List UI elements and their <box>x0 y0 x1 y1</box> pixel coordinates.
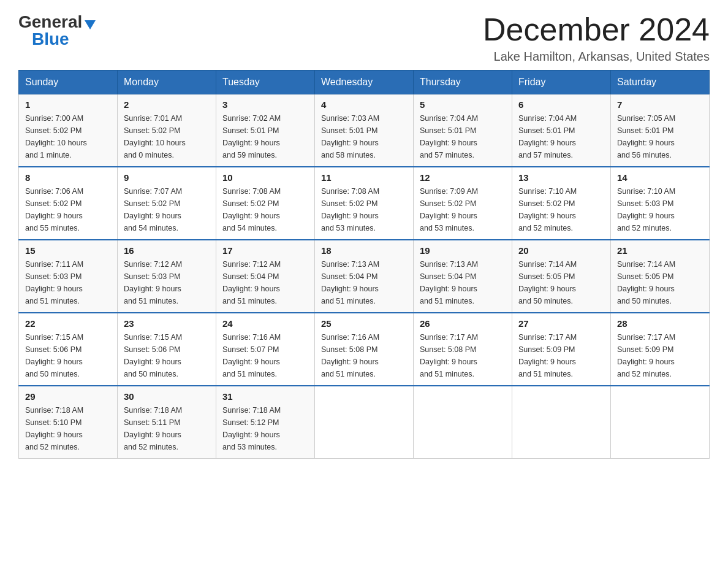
calendar-cell: 12Sunrise: 7:09 AMSunset: 5:02 PMDayligh… <box>414 167 512 240</box>
day-number: 23 <box>124 318 210 329</box>
calendar-cell <box>611 386 710 459</box>
day-number: 24 <box>222 318 308 329</box>
day-info: Sunrise: 7:18 AMSunset: 5:12 PMDaylight:… <box>222 404 308 453</box>
calendar-cell: 6Sunrise: 7:04 AMSunset: 5:01 PMDaylight… <box>512 94 611 167</box>
calendar-cell <box>315 386 414 459</box>
day-number: 20 <box>518 245 604 256</box>
calendar-cell: 16Sunrise: 7:12 AMSunset: 5:03 PMDayligh… <box>118 240 216 313</box>
calendar-cell: 4Sunrise: 7:03 AMSunset: 5:01 PMDaylight… <box>315 94 414 167</box>
calendar-cell: 9Sunrise: 7:07 AMSunset: 5:02 PMDaylight… <box>118 167 216 240</box>
day-info: Sunrise: 7:07 AMSunset: 5:02 PMDaylight:… <box>124 185 210 234</box>
day-number: 5 <box>420 99 506 110</box>
day-number: 11 <box>321 172 407 183</box>
day-info: Sunrise: 7:02 AMSunset: 5:01 PMDaylight:… <box>222 112 308 161</box>
calendar-week-row: 22Sunrise: 7:15 AMSunset: 5:06 PMDayligh… <box>19 313 710 386</box>
day-number: 31 <box>222 391 308 402</box>
day-info: Sunrise: 7:16 AMSunset: 5:08 PMDaylight:… <box>321 331 407 380</box>
calendar-cell: 14Sunrise: 7:10 AMSunset: 5:03 PMDayligh… <box>611 167 710 240</box>
day-number: 28 <box>617 318 703 329</box>
calendar-cell: 18Sunrise: 7:13 AMSunset: 5:04 PMDayligh… <box>315 240 414 313</box>
title-block: December 2024 Lake Hamilton, Arkansas, U… <box>483 12 710 64</box>
weekday-header-sunday: Sunday <box>19 71 118 94</box>
day-number: 7 <box>617 99 703 110</box>
logo-triangle-icon <box>85 20 96 29</box>
day-info: Sunrise: 7:18 AMSunset: 5:10 PMDaylight:… <box>25 404 111 453</box>
day-number: 30 <box>124 391 210 402</box>
day-info: Sunrise: 7:14 AMSunset: 5:05 PMDaylight:… <box>617 258 703 307</box>
calendar-cell <box>414 386 512 459</box>
calendar-cell: 21Sunrise: 7:14 AMSunset: 5:05 PMDayligh… <box>611 240 710 313</box>
day-number: 19 <box>420 245 506 256</box>
weekday-header-tuesday: Tuesday <box>216 71 315 94</box>
calendar-cell: 1Sunrise: 7:00 AMSunset: 5:02 PMDaylight… <box>19 94 118 167</box>
day-number: 4 <box>321 99 407 110</box>
day-info: Sunrise: 7:17 AMSunset: 5:08 PMDaylight:… <box>420 331 506 380</box>
day-number: 25 <box>321 318 407 329</box>
day-info: Sunrise: 7:08 AMSunset: 5:02 PMDaylight:… <box>321 185 407 234</box>
weekday-header-monday: Monday <box>118 71 216 94</box>
day-info: Sunrise: 7:04 AMSunset: 5:01 PMDaylight:… <box>518 112 604 161</box>
calendar-title: December 2024 <box>483 12 710 47</box>
calendar-cell: 20Sunrise: 7:14 AMSunset: 5:05 PMDayligh… <box>512 240 611 313</box>
calendar-week-row: 15Sunrise: 7:11 AMSunset: 5:03 PMDayligh… <box>19 240 710 313</box>
day-info: Sunrise: 7:00 AMSunset: 5:02 PMDaylight:… <box>25 112 111 161</box>
day-number: 22 <box>25 318 111 329</box>
day-info: Sunrise: 7:08 AMSunset: 5:02 PMDaylight:… <box>222 185 308 234</box>
calendar-cell: 25Sunrise: 7:16 AMSunset: 5:08 PMDayligh… <box>315 313 414 386</box>
day-number: 16 <box>124 245 210 256</box>
day-info: Sunrise: 7:05 AMSunset: 5:01 PMDaylight:… <box>617 112 703 161</box>
weekday-header-thursday: Thursday <box>414 71 512 94</box>
calendar-week-row: 29Sunrise: 7:18 AMSunset: 5:10 PMDayligh… <box>19 386 710 459</box>
day-info: Sunrise: 7:15 AMSunset: 5:06 PMDaylight:… <box>25 331 111 380</box>
weekday-header-row: SundayMondayTuesdayWednesdayThursdayFrid… <box>19 71 710 94</box>
day-info: Sunrise: 7:12 AMSunset: 5:03 PMDaylight:… <box>124 258 210 307</box>
day-number: 10 <box>222 172 308 183</box>
day-info: Sunrise: 7:13 AMSunset: 5:04 PMDaylight:… <box>321 258 407 307</box>
day-number: 14 <box>617 172 703 183</box>
weekday-header-friday: Friday <box>512 71 611 94</box>
calendar-cell: 11Sunrise: 7:08 AMSunset: 5:02 PMDayligh… <box>315 167 414 240</box>
day-number: 12 <box>420 172 506 183</box>
weekday-header-wednesday: Wednesday <box>315 71 414 94</box>
calendar-cell: 2Sunrise: 7:01 AMSunset: 5:02 PMDaylight… <box>118 94 216 167</box>
day-number: 3 <box>222 99 308 110</box>
day-number: 15 <box>25 245 111 256</box>
day-info: Sunrise: 7:04 AMSunset: 5:01 PMDaylight:… <box>420 112 506 161</box>
day-number: 21 <box>617 245 703 256</box>
calendar-subtitle: Lake Hamilton, Arkansas, United States <box>483 50 710 64</box>
calendar-cell: 5Sunrise: 7:04 AMSunset: 5:01 PMDaylight… <box>414 94 512 167</box>
calendar-cell: 15Sunrise: 7:11 AMSunset: 5:03 PMDayligh… <box>19 240 118 313</box>
day-number: 18 <box>321 245 407 256</box>
calendar-cell: 30Sunrise: 7:18 AMSunset: 5:11 PMDayligh… <box>118 386 216 459</box>
page-header: General Blue December 2024 Lake Hamilton… <box>18 12 710 64</box>
day-info: Sunrise: 7:06 AMSunset: 5:02 PMDaylight:… <box>25 185 111 234</box>
day-info: Sunrise: 7:16 AMSunset: 5:07 PMDaylight:… <box>222 331 308 380</box>
day-number: 29 <box>25 391 111 402</box>
logo: General Blue <box>18 12 96 49</box>
day-info: Sunrise: 7:17 AMSunset: 5:09 PMDaylight:… <box>518 331 604 380</box>
calendar-cell: 27Sunrise: 7:17 AMSunset: 5:09 PMDayligh… <box>512 313 611 386</box>
day-number: 27 <box>518 318 604 329</box>
calendar-cell: 13Sunrise: 7:10 AMSunset: 5:02 PMDayligh… <box>512 167 611 240</box>
calendar-week-row: 1Sunrise: 7:00 AMSunset: 5:02 PMDaylight… <box>19 94 710 167</box>
day-number: 2 <box>124 99 210 110</box>
calendar-week-row: 8Sunrise: 7:06 AMSunset: 5:02 PMDaylight… <box>19 167 710 240</box>
calendar-cell: 28Sunrise: 7:17 AMSunset: 5:09 PMDayligh… <box>611 313 710 386</box>
day-info: Sunrise: 7:03 AMSunset: 5:01 PMDaylight:… <box>321 112 407 161</box>
day-info: Sunrise: 7:10 AMSunset: 5:02 PMDaylight:… <box>518 185 604 234</box>
calendar-cell: 7Sunrise: 7:05 AMSunset: 5:01 PMDaylight… <box>611 94 710 167</box>
day-info: Sunrise: 7:17 AMSunset: 5:09 PMDaylight:… <box>617 331 703 380</box>
calendar-cell: 17Sunrise: 7:12 AMSunset: 5:04 PMDayligh… <box>216 240 315 313</box>
calendar-cell: 22Sunrise: 7:15 AMSunset: 5:06 PMDayligh… <box>19 313 118 386</box>
calendar-cell: 19Sunrise: 7:13 AMSunset: 5:04 PMDayligh… <box>414 240 512 313</box>
day-number: 1 <box>25 99 111 110</box>
day-number: 13 <box>518 172 604 183</box>
day-info: Sunrise: 7:10 AMSunset: 5:03 PMDaylight:… <box>617 185 703 234</box>
day-info: Sunrise: 7:11 AMSunset: 5:03 PMDaylight:… <box>25 258 111 307</box>
day-info: Sunrise: 7:18 AMSunset: 5:11 PMDaylight:… <box>124 404 210 453</box>
calendar-cell: 31Sunrise: 7:18 AMSunset: 5:12 PMDayligh… <box>216 386 315 459</box>
day-number: 9 <box>124 172 210 183</box>
day-info: Sunrise: 7:14 AMSunset: 5:05 PMDaylight:… <box>518 258 604 307</box>
calendar-cell <box>512 386 611 459</box>
day-info: Sunrise: 7:13 AMSunset: 5:04 PMDaylight:… <box>420 258 506 307</box>
